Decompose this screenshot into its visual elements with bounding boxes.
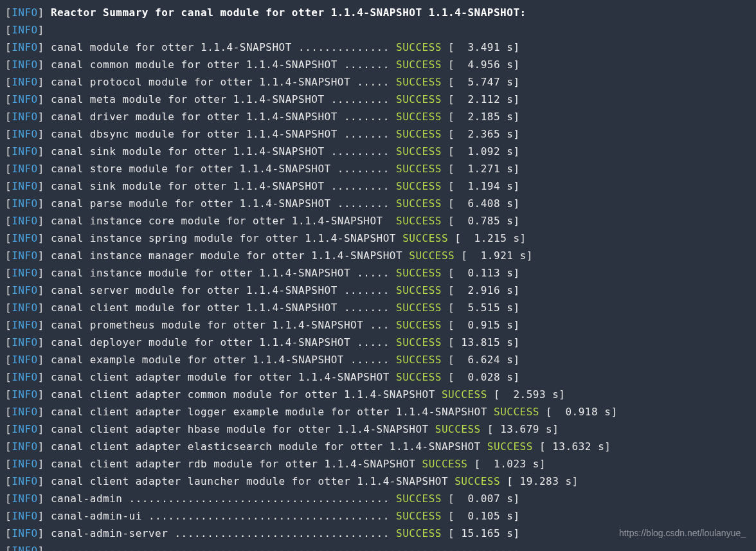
module-time: [ 2.593 s] xyxy=(487,388,566,401)
module-status: SUCCESS xyxy=(396,527,442,539)
module-dots: ......... xyxy=(325,93,396,105)
module-name: canal module for otter 1.1.4-SNAPSHOT xyxy=(51,41,292,53)
module-time: [ 1.092 s] xyxy=(442,145,520,158)
module-status: SUCCESS xyxy=(396,41,442,53)
module-dots: ................................. xyxy=(168,527,396,539)
module-dots xyxy=(390,371,396,383)
log-line-module: [INFO] canal sink module for otter 1.1.4… xyxy=(5,143,751,160)
module-name: canal client adapter logger example modu… xyxy=(51,406,487,418)
module-status: SUCCESS xyxy=(396,197,442,210)
separator: ----------------------------------------… xyxy=(51,545,520,551)
module-dots: .............. xyxy=(292,41,396,53)
module-time: [ 0.918 s] xyxy=(539,406,618,418)
log-line-module: [INFO] canal store module for otter 1.1.… xyxy=(5,160,751,177)
module-name: canal instance spring module for otter 1… xyxy=(51,232,396,244)
log-line-module: [INFO] canal-admin .....................… xyxy=(5,490,751,507)
module-dots: ....... xyxy=(338,128,396,140)
module-name: canal example module for otter 1.1.4-SNA… xyxy=(51,354,344,366)
log-line-module: [INFO] canal client adapter rdb module f… xyxy=(5,455,751,473)
module-name: canal client adapter module for otter 1.… xyxy=(51,371,390,383)
module-status: SUCCESS xyxy=(396,302,442,314)
log-line-module: [INFO] canal prometheus module for otter… xyxy=(5,316,751,334)
module-status: SUCCESS xyxy=(435,423,481,435)
log-line-module: [INFO] canal instance core module for ot… xyxy=(5,212,751,230)
module-name: canal client adapter rdb module for otte… xyxy=(51,458,415,470)
module-dots: ........ xyxy=(331,197,396,210)
log-line-module: [INFO] canal instance manager module for… xyxy=(5,247,751,264)
module-time: [ 2.185 s] xyxy=(442,111,520,123)
module-dots: ..... xyxy=(350,76,396,88)
module-status: SUCCESS xyxy=(396,163,442,175)
module-name: canal client adapter common module for o… xyxy=(51,388,435,401)
module-status: SUCCESS xyxy=(396,319,442,331)
module-time: [ 13.632 s] xyxy=(533,440,611,453)
module-status: SUCCESS xyxy=(396,180,442,192)
module-name: canal client module for otter 1.1.4-SNAP… xyxy=(51,302,338,314)
module-time: [ 5.747 s] xyxy=(442,76,520,88)
module-name: canal sink module for otter 1.1.4-SNAPSH… xyxy=(51,145,325,158)
module-name: canal parse module for otter 1.1.4-SNAPS… xyxy=(51,197,331,210)
module-status: SUCCESS xyxy=(396,492,442,505)
log-line-module: [INFO] canal sink module for otter 1.1.4… xyxy=(5,177,751,195)
log-line-module: [INFO] canal client adapter hbase module… xyxy=(5,420,751,438)
terminal-output: [INFO] Reactor Summary for canal module … xyxy=(0,0,756,551)
module-time: [ 0.007 s] xyxy=(442,492,520,505)
module-time: [ 0.785 s] xyxy=(442,215,520,227)
log-line-module: [INFO] canal server module for otter 1.1… xyxy=(5,282,751,299)
module-status: SUCCESS xyxy=(442,388,487,401)
module-time: [ 13.815 s] xyxy=(442,336,520,348)
module-status: SUCCESS xyxy=(396,510,442,522)
module-dots xyxy=(487,406,494,418)
module-time: [ 5.515 s] xyxy=(442,302,520,314)
module-name: canal instance module for otter 1.1.4-SN… xyxy=(51,267,350,279)
reactor-summary-header: Reactor Summary for canal module for ott… xyxy=(51,6,526,19)
module-dots: ......... xyxy=(325,145,396,158)
log-line-module: [INFO] canal protocol module for otter 1… xyxy=(5,73,751,91)
module-time: [ 1.194 s] xyxy=(442,180,520,192)
module-name: canal instance core module for otter 1.1… xyxy=(51,215,383,227)
module-time: [ 13.679 s] xyxy=(481,423,559,435)
module-name: canal-admin-server xyxy=(51,527,168,539)
log-line-blank: [INFO] xyxy=(5,21,751,39)
module-status: SUCCESS xyxy=(487,440,533,453)
log-line-module: [INFO] canal driver module for otter 1.1… xyxy=(5,108,751,125)
module-dots xyxy=(448,475,455,487)
module-status: SUCCESS xyxy=(396,284,442,296)
module-dots: ..... xyxy=(350,267,396,279)
module-time: [ 0.113 s] xyxy=(442,267,520,279)
module-name: canal driver module for otter 1.1.4-SNAP… xyxy=(51,111,338,123)
module-status: SUCCESS xyxy=(409,249,455,262)
module-dots xyxy=(429,423,435,435)
module-time: [ 0.105 s] xyxy=(442,510,520,522)
log-line-module: [INFO] canal instance module for otter 1… xyxy=(5,264,751,282)
log-line-module: [INFO] canal instance spring module for … xyxy=(5,230,751,247)
module-dots xyxy=(435,388,442,401)
module-name: canal protocol module for otter 1.1.4-SN… xyxy=(51,76,350,88)
module-time: [ 1.215 s] xyxy=(448,232,526,244)
module-time: [ 6.624 s] xyxy=(442,354,520,366)
module-status: SUCCESS xyxy=(455,475,500,487)
module-status: SUCCESS xyxy=(396,267,442,279)
module-dots: ..... xyxy=(350,336,396,348)
log-line-module: [INFO] canal client adapter launcher mod… xyxy=(5,473,751,490)
module-time: [ 1.921 s] xyxy=(455,249,533,262)
module-name: canal deployer module for otter 1.1.4-SN… xyxy=(51,336,350,348)
module-time: [ 15.165 s] xyxy=(442,527,520,539)
module-time: [ 0.915 s] xyxy=(442,319,520,331)
module-name: canal dbsync module for otter 1.1.4-SNAP… xyxy=(51,128,338,140)
module-time: [ 4.956 s] xyxy=(442,59,520,71)
module-dots: ....... xyxy=(338,111,396,123)
log-line-module: [INFO] canal example module for otter 1.… xyxy=(5,351,751,368)
module-name: canal client adapter hbase module for ot… xyxy=(51,423,429,435)
log-line-header: [INFO] Reactor Summary for canal module … xyxy=(5,4,751,21)
module-time: [ 2.112 s] xyxy=(442,93,520,105)
module-dots: ....... xyxy=(338,284,396,296)
module-status: SUCCESS xyxy=(396,93,442,105)
module-name: canal meta module for otter 1.1.4-SNAPSH… xyxy=(51,93,325,105)
module-dots: ... xyxy=(363,319,396,331)
module-dots xyxy=(481,440,487,453)
log-line-module: [INFO] canal-admin-ui ..................… xyxy=(5,507,751,525)
log-line-module: [INFO] canal client adapter logger examp… xyxy=(5,403,751,420)
module-dots: ....... xyxy=(338,302,396,314)
module-dots: ........ xyxy=(331,163,396,175)
